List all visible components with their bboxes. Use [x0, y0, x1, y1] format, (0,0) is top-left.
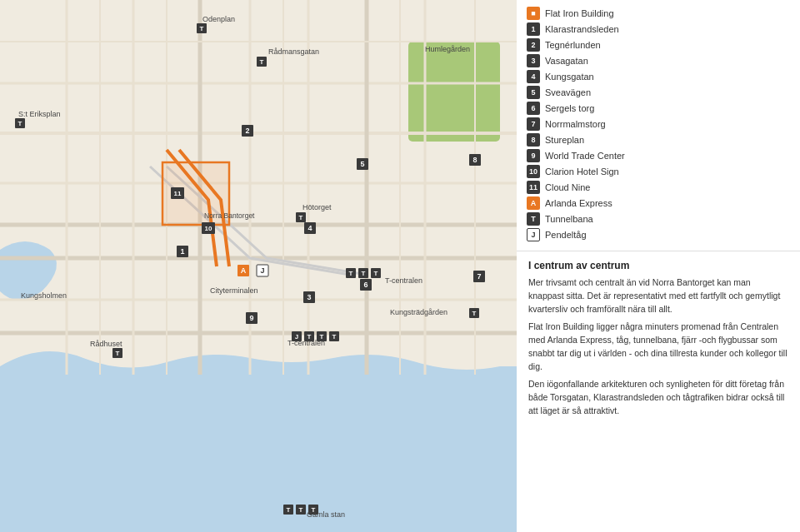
svg-text:T: T	[299, 214, 303, 221]
legend-label: Tunnelbana	[545, 214, 593, 224]
legend-label: Klarastrandsleden	[545, 24, 619, 34]
legend-badge: T	[527, 212, 540, 226]
svg-text:Kungsträdgården: Kungsträdgården	[390, 308, 448, 316]
legend-item: 7Norrmalmstorg	[527, 117, 790, 131]
svg-text:T: T	[362, 270, 366, 277]
svg-text:T-centralen: T-centralen	[385, 276, 422, 285]
svg-text:3: 3	[307, 293, 311, 301]
legend-badge: 1	[527, 22, 540, 36]
desc-title: I centrum av centrum	[528, 260, 788, 271]
legend-item: 2Tegnérlunden	[527, 38, 790, 52]
legend-badge: 4	[527, 70, 540, 83]
legend-item: 4Kungsgatan	[527, 70, 790, 83]
legend-badge: 3	[527, 54, 540, 67]
svg-text:Rådhuset: Rådhuset	[90, 340, 122, 348]
legend-label: Tegnérlunden	[545, 40, 601, 50]
legend-badge: 9	[527, 149, 540, 162]
legend-item: ■Flat Iron Building	[527, 7, 790, 20]
legend-badge: 5	[527, 86, 540, 99]
legend-label: Cloud Nine	[545, 182, 590, 192]
legend-item: 3Vasagatan	[527, 54, 790, 67]
legend-label: Vasagatan	[545, 56, 588, 66]
legend-label: Pendeltåg	[545, 230, 587, 240]
legend: ■Flat Iron Building1Klarastrandsleden2Te…	[517, 0, 800, 251]
legend-item: 9World Trade Center	[527, 149, 790, 162]
svg-text:T: T	[374, 270, 378, 277]
legend-badge: A	[527, 196, 540, 210]
info-panel: ■Flat Iron Building1Klarastrandsleden2Te…	[517, 0, 800, 532]
svg-text:T: T	[332, 333, 337, 341]
svg-text:1: 1	[180, 247, 184, 256]
legend-item: 6Sergels torg	[527, 102, 790, 115]
legend-label: Flat Iron Building	[545, 8, 614, 18]
legend-badge: 7	[527, 117, 540, 131]
desc-paragraph: Den iögonfallande arkitekturen och synli…	[528, 378, 788, 417]
svg-text:Norra Bantorget: Norra Bantorget	[204, 211, 255, 220]
legend-label: Norrmalmstorg	[545, 119, 606, 129]
svg-text:Humlegården: Humlegården	[425, 45, 470, 53]
desc-paragraph: Mer trivsamt och centralt än vid Norra B…	[528, 276, 788, 316]
svg-text:A: A	[241, 266, 247, 275]
svg-text:T: T	[349, 270, 353, 277]
svg-text:T: T	[472, 310, 477, 317]
legend-badge: 6	[527, 102, 540, 115]
svg-text:6: 6	[363, 281, 368, 289]
legend-badge: 8	[527, 133, 540, 147]
legend-badge: J	[527, 228, 540, 241]
legend-badge: 2	[527, 38, 540, 52]
svg-text:T-centralen: T-centralen	[288, 339, 325, 347]
desc-paragraphs: Mer trivsamt och centralt än vid Norra B…	[528, 276, 788, 418]
svg-text:Cityterminalen: Cityterminalen	[210, 286, 258, 295]
svg-text:4: 4	[308, 224, 312, 232]
svg-text:Gamla stan: Gamla stan	[307, 510, 345, 519]
legend-label: Stureplan	[545, 135, 584, 145]
map-area: 2 5 8 11 10 4 1 A J 3 9 6	[0, 0, 517, 532]
svg-text:Kungsholmen: Kungsholmen	[21, 291, 67, 300]
desc-paragraph: Flat Iron Building ligger några minuters…	[528, 321, 788, 373]
legend-item: 8Stureplan	[527, 133, 790, 147]
svg-text:Hötorget: Hötorget	[302, 203, 332, 211]
legend-label: Sergels torg	[545, 103, 594, 113]
svg-text:T: T	[200, 25, 204, 32]
legend-item: JPendeltåg	[527, 228, 790, 241]
svg-text:7: 7	[477, 272, 481, 281]
svg-text:10: 10	[205, 225, 212, 232]
legend-item: 11Cloud Nine	[527, 181, 790, 194]
description: I centrum av centrum Mer trivsamt och ce…	[517, 251, 800, 532]
svg-text:Odenplan: Odenplan	[202, 15, 235, 23]
svg-text:J: J	[260, 266, 264, 275]
svg-text:9: 9	[249, 314, 253, 322]
legend-badge: 10	[527, 165, 540, 178]
svg-text:8: 8	[472, 156, 477, 164]
legend-item: 5Sveavägen	[527, 86, 790, 99]
legend-label: Clarion Hotel Sign	[545, 167, 619, 177]
legend-badge: ■	[527, 7, 540, 20]
legend-item: 10Clarion Hotel Sign	[527, 165, 790, 178]
legend-label: Sveavägen	[545, 87, 591, 97]
legend-label: World Trade Center	[545, 151, 625, 161]
svg-text:T: T	[299, 506, 303, 514]
svg-text:T: T	[18, 120, 22, 127]
svg-text:T: T	[287, 506, 291, 514]
svg-text:T: T	[116, 350, 120, 357]
svg-text:Rådmansgatan: Rådmansgatan	[268, 47, 319, 56]
legend-badge: 11	[527, 181, 540, 194]
svg-rect-1	[408, 42, 500, 142]
legend-label: Arlanda Express	[545, 198, 612, 208]
svg-text:S:t Eriksplan: S:t Eriksplan	[18, 110, 61, 118]
legend-item: AArlanda Express	[527, 196, 790, 210]
svg-text:2: 2	[245, 127, 249, 135]
svg-text:5: 5	[360, 160, 364, 168]
legend-item: TTunnelbana	[527, 212, 790, 226]
svg-text:11: 11	[174, 190, 182, 197]
svg-text:T: T	[260, 58, 264, 66]
legend-label: Kungsgatan	[545, 72, 594, 82]
legend-item: 1Klarastrandsleden	[527, 22, 790, 36]
